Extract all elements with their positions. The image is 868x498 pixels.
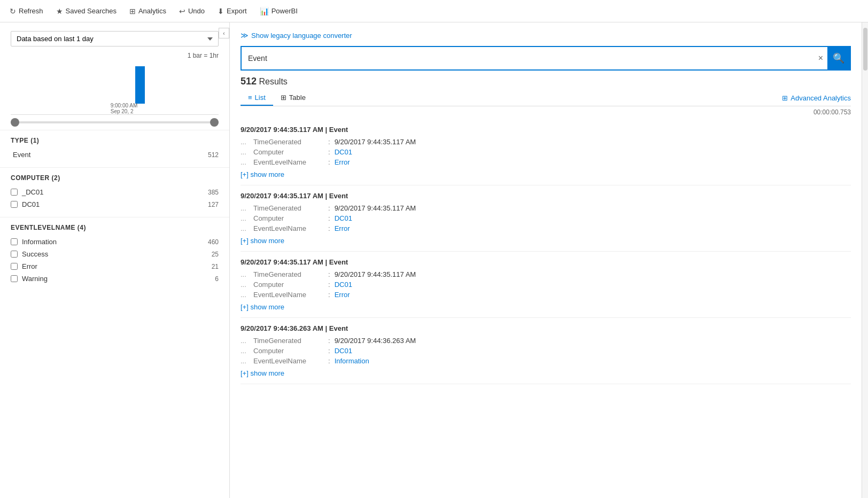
result-key: Computer xyxy=(253,214,328,222)
result-dots: ... xyxy=(241,357,253,365)
tab-table[interactable]: ⊞ Table xyxy=(273,90,313,106)
facet-item: Success25 xyxy=(11,248,219,260)
refresh-button[interactable]: ↻ Refresh xyxy=(4,4,49,19)
facet-checkbox[interactable] xyxy=(11,238,18,245)
result-key: Computer xyxy=(253,281,328,289)
table-icon: ⊞ xyxy=(281,94,286,102)
result-value[interactable]: Error xyxy=(335,224,350,232)
saved-searches-button[interactable]: ★ Saved Searches xyxy=(51,4,122,19)
facet-label: Success xyxy=(22,250,212,258)
scrollbar-thumb[interactable] xyxy=(863,28,867,71)
range-thumb-right[interactable] xyxy=(210,118,219,127)
result-title: 9/20/2017 9:44:35.117 AM | Event xyxy=(241,126,851,134)
result-value[interactable]: Information xyxy=(335,357,369,365)
analytics-button[interactable]: ⊞ Analytics xyxy=(124,4,172,19)
bar-label: 1 bar = 1hr xyxy=(0,52,219,59)
advanced-analytics-label: Advanced Analytics xyxy=(790,94,851,102)
undo-button[interactable]: ↩ Undo xyxy=(174,4,210,19)
result-dots: ... xyxy=(241,158,253,166)
facet-count: 25 xyxy=(212,251,219,258)
result-dots: ... xyxy=(241,204,253,212)
facet-count: 512 xyxy=(208,151,219,159)
chart-area: 9:00:00 AM Sep 20, 2 xyxy=(11,61,219,115)
chart-axis-label: 9:00:00 AM Sep 20, 2 xyxy=(111,103,138,114)
facet-title: COMPUTER (2) xyxy=(11,174,219,182)
result-title: 9/20/2017 9:44:35.117 AM | Event xyxy=(241,192,851,200)
result-value[interactable]: Error xyxy=(335,291,350,299)
facets-container: TYPE (1)Event512COMPUTER (2)_DC01385DC01… xyxy=(0,130,229,291)
result-value[interactable]: DC01 xyxy=(335,347,352,355)
list-icon: ≡ xyxy=(248,94,252,102)
search-icon: 🔍 xyxy=(833,52,844,64)
facet-checkbox[interactable] xyxy=(11,251,18,258)
result-colon: : xyxy=(328,347,330,355)
result-key: EventLevelName xyxy=(253,357,328,365)
facet-checkbox[interactable] xyxy=(11,189,18,196)
result-colon: : xyxy=(328,224,330,232)
analytics-label: Analytics xyxy=(138,7,166,15)
range-fill xyxy=(11,121,219,123)
time-filter-select[interactable]: Data based on last 1 day Data based on l… xyxy=(11,31,219,46)
undo-label: Undo xyxy=(188,7,205,15)
facet-count: 385 xyxy=(208,189,219,196)
result-value[interactable]: DC01 xyxy=(335,148,352,156)
facet-checkbox[interactable] xyxy=(11,201,18,208)
facet-item: Warning6 xyxy=(11,273,219,285)
export-icon: ⬇ xyxy=(218,7,224,15)
results-header: 512 Results xyxy=(241,76,851,87)
search-input[interactable] xyxy=(242,50,814,67)
show-more-link[interactable]: [+] show more xyxy=(241,369,284,377)
tab-list[interactable]: ≡ List xyxy=(241,90,273,106)
show-more-link[interactable]: [+] show more xyxy=(241,303,284,311)
result-key: TimeGenerated xyxy=(253,337,328,345)
result-colon: : xyxy=(328,138,330,146)
result-key: Computer xyxy=(253,347,328,355)
facet-item: Information460 xyxy=(11,236,219,248)
search-submit-button[interactable]: 🔍 xyxy=(827,47,850,69)
advanced-analytics-link[interactable]: ⊞ Advanced Analytics xyxy=(782,94,851,102)
result-colon: : xyxy=(328,357,330,365)
search-clear-button[interactable]: × xyxy=(814,51,827,65)
facet-label: Information xyxy=(22,238,208,246)
result-key: EventLevelName xyxy=(253,224,328,232)
facet-title: TYPE (1) xyxy=(11,137,219,144)
collapse-button[interactable]: ‹ xyxy=(219,28,229,38)
left-panel: ‹ Data based on last 1 day Data based on… xyxy=(0,22,230,498)
results-list: 9/20/2017 9:44:35.117 AM | Event...TimeG… xyxy=(230,119,862,498)
results-count-label: Results xyxy=(259,77,288,86)
facet-count: 460 xyxy=(208,238,219,246)
result-key: TimeGenerated xyxy=(253,138,328,146)
result-key: TimeGenerated xyxy=(253,204,328,212)
chart-bar xyxy=(135,66,145,104)
result-dots: ... xyxy=(241,148,253,156)
refresh-label: Refresh xyxy=(19,7,43,15)
range-thumb-left[interactable] xyxy=(11,118,19,127)
facet-item: Error21 xyxy=(11,260,219,273)
result-row: ...Computer:DC01 xyxy=(241,346,851,356)
powerbi-label: PowerBI xyxy=(272,7,298,15)
result-dots: ... xyxy=(241,138,253,146)
result-value[interactable]: Error xyxy=(335,158,350,166)
result-value[interactable]: DC01 xyxy=(335,281,352,289)
result-value[interactable]: DC01 xyxy=(335,214,352,222)
result-item: 9/20/2017 9:44:36.263 AM | Event...TimeG… xyxy=(241,318,851,384)
result-dots: ... xyxy=(241,337,253,345)
show-more-link[interactable]: [+] show more xyxy=(241,237,284,245)
search-box: × 🔍 xyxy=(241,46,851,71)
facet-checkbox[interactable] xyxy=(11,275,18,282)
show-more-link[interactable]: [+] show more xyxy=(241,170,284,178)
result-key: TimeGenerated xyxy=(253,270,328,278)
result-key: EventLevelName xyxy=(253,291,328,299)
legacy-link[interactable]: ≫ Show legacy language converter xyxy=(241,31,851,40)
result-value: 9/20/2017 9:44:35.117 AM xyxy=(335,204,416,212)
result-title: 9/20/2017 9:44:36.263 AM | Event xyxy=(241,324,851,332)
analytics-icon: ⊞ xyxy=(129,7,136,15)
export-button[interactable]: ⬇ Export xyxy=(212,4,252,19)
chevron-down-double-icon: ≫ xyxy=(241,31,249,40)
powerbi-button[interactable]: 📊 PowerBI xyxy=(254,4,303,19)
saved-searches-label: Saved Searches xyxy=(66,7,117,15)
scrollbar[interactable] xyxy=(862,22,868,498)
facet-checkbox[interactable] xyxy=(11,263,18,270)
facet-title: EVENTLEVELNAME (4) xyxy=(11,224,219,231)
result-row: ...EventLevelName:Error xyxy=(241,157,851,167)
